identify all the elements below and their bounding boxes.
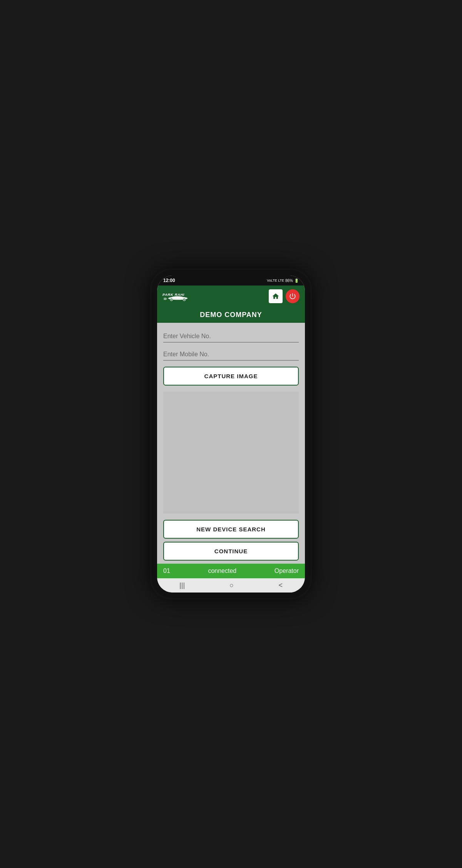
android-nav: ||| ○ < [157, 578, 305, 593]
status-footer: 01 connected Operator [157, 564, 305, 578]
company-name: DEMO COMPANY [200, 311, 262, 319]
recents-icon[interactable]: ||| [179, 581, 185, 589]
continue-button[interactable]: CONTINUE [163, 542, 299, 561]
home-nav-icon[interactable]: ○ [229, 581, 234, 589]
home-icon [272, 292, 280, 300]
back-nav-icon[interactable]: < [278, 581, 283, 589]
new-device-search-button[interactable]: NEW DEVICE SEARCH [163, 520, 299, 539]
capture-image-button[interactable]: CAPTURE IMAGE [163, 367, 299, 386]
bottom-buttons: NEW DEVICE SEARCH CONTINUE [157, 520, 305, 564]
company-banner: DEMO COMPANY [157, 307, 305, 323]
logo-svg: PARK RAHI [162, 290, 193, 302]
battery-icon: 🔋 [294, 279, 299, 283]
logo: PARK RAHI [162, 290, 193, 302]
vehicle-number-input[interactable] [163, 331, 299, 342]
power-icon [289, 292, 296, 300]
svg-point-2 [172, 296, 183, 298]
status-right: VoLTE LTE 86% 🔋 [267, 279, 299, 283]
battery-text: 86% [285, 279, 293, 283]
connection-status: connected [208, 568, 236, 574]
status-bar: 12:00 VoLTE LTE 86% 🔋 [157, 275, 305, 285]
app-header: PARK RAHI [157, 285, 305, 307]
phone-screen: 12:00 VoLTE LTE 86% 🔋 PARK RAHI [157, 275, 305, 593]
main-content: CAPTURE IMAGE [157, 323, 305, 520]
mobile-number-input[interactable] [163, 349, 299, 361]
status-id: 01 [163, 568, 170, 574]
power-button[interactable] [286, 289, 300, 303]
svg-point-6 [184, 299, 185, 300]
operator-role: Operator [275, 568, 299, 574]
phone-device: 12:00 VoLTE LTE 86% 🔋 PARK RAHI [150, 269, 312, 599]
header-icons [269, 289, 300, 303]
home-button[interactable] [269, 289, 283, 303]
status-time: 12:00 [163, 278, 175, 283]
svg-point-4 [171, 299, 172, 300]
signal-text: VoLTE LTE [267, 279, 284, 282]
image-preview-area [163, 392, 299, 514]
svg-text:PARK RAHI: PARK RAHI [162, 293, 184, 297]
